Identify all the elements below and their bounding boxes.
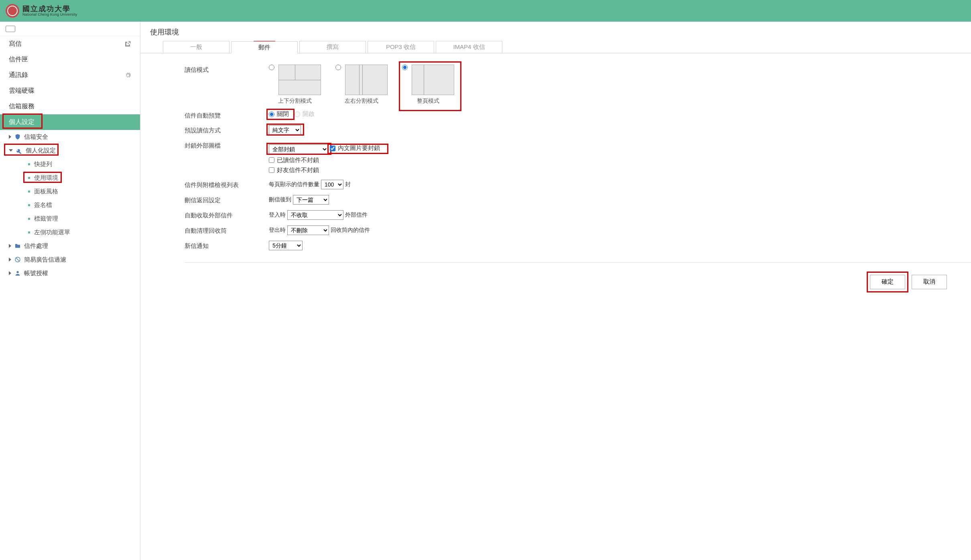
sidebar-leaf-left-menu[interactable]: 左側功能選單 [0, 225, 140, 239]
sidebar-item-inbox[interactable]: 信件匣 [0, 52, 140, 67]
label-auto-clean: 自動清理回收筒 [185, 225, 269, 235]
caption-topbottom: 上下分割模式 [278, 97, 312, 105]
personal-settings-label: 個人設定 [9, 118, 35, 126]
main-panel: 使用環境 一般 郵件 撰寫 POP3 收信 IMAP4 收信 讀信模式 [140, 22, 971, 560]
caret-down-icon [9, 149, 13, 152]
thumb-leftright[interactable] [345, 65, 388, 95]
sidebar-group-personalization[interactable]: 個人化設定 [0, 144, 140, 157]
clean-suffix: 回收筒內的信件 [331, 227, 370, 234]
select-block-ext[interactable]: 全部封鎖 [269, 144, 328, 154]
thumb-fullpage[interactable] [412, 65, 454, 95]
tab-pop3[interactable]: POP3 收信 [368, 41, 434, 53]
inbox-label: 信件匣 [9, 55, 28, 64]
mailbox-service-label: 信箱服務 [9, 102, 35, 111]
checkbox-friend-noblock[interactable] [269, 167, 274, 173]
caption-fullpage: 整頁模式 [417, 97, 439, 105]
label-read-mode: 讀信模式 [185, 65, 269, 74]
thumb-topbottom[interactable] [278, 65, 321, 95]
mail-home-icon[interactable] [0, 22, 140, 36]
left-menu-label: 左側功能選單 [34, 229, 70, 236]
label-auto-fetch: 自動收取外部信件 [185, 210, 269, 219]
panel-style-label: 面板風格 [34, 188, 58, 195]
sidebar-leaf-panel-style[interactable]: 面板風格 [0, 185, 140, 198]
bullet-icon [28, 177, 30, 179]
tools-icon [16, 147, 22, 154]
account-auth-label: 帳號授權 [24, 270, 48, 277]
sidebar-item-mailbox-service[interactable]: 信箱服務 [0, 99, 140, 114]
select-list-count[interactable]: 100 [321, 180, 343, 189]
gear-icon[interactable] [125, 72, 131, 79]
read-noblock-label: 已讀信件不封鎖 [277, 156, 319, 164]
sidebar-item-contacts[interactable]: 通訊錄 [0, 67, 140, 83]
checkbox-read-noblock-wrap[interactable]: 已讀信件不封鎖 [269, 156, 380, 164]
sidebar-item-cloud[interactable]: 雲端硬碟 [0, 83, 140, 99]
ok-button[interactable]: 確定 [870, 275, 905, 289]
tab-compose[interactable]: 撰寫 [299, 41, 366, 53]
signature-label: 簽名檔 [34, 201, 52, 209]
logo-flower-icon [6, 4, 19, 18]
site-logo: 國立成功大學 National Cheng Kung University [6, 4, 77, 18]
page-title: 使用環境 [140, 22, 971, 41]
top-bar: 國立成功大學 National Cheng Kung University [0, 0, 971, 22]
select-auto-clean[interactable]: 不刪除 [287, 225, 329, 235]
form-footer: 確定 取消 [185, 262, 971, 301]
spam-filter-label: 簡易廣告信過濾 [24, 256, 66, 264]
checkbox-inline-block[interactable] [330, 146, 335, 151]
tab-mail[interactable]: 郵件 [231, 41, 298, 53]
radio-mode-fullpage[interactable] [402, 65, 408, 70]
preview-off-label: 關閉 [277, 110, 289, 118]
folder-icon [14, 243, 21, 249]
user-icon [14, 270, 21, 276]
compose-label: 寫信 [9, 40, 22, 48]
sidebar-leaf-shortcut[interactable]: 快捷列 [0, 157, 140, 171]
friend-noblock-label: 好友信件不封鎖 [277, 166, 319, 174]
tag-mgmt-label: 標籤管理 [34, 215, 58, 223]
sidebar-group-mailbox-security[interactable]: 信箱安全 [0, 130, 140, 144]
select-auto-fetch[interactable]: 不收取 [287, 210, 343, 220]
sidebar-group-spam-filter[interactable]: 簡易廣告信過濾 [0, 253, 140, 266]
checkbox-friend-noblock-wrap[interactable]: 好友信件不封鎖 [269, 166, 380, 174]
caret-right-icon [9, 258, 11, 262]
radio-mode-topbottom[interactable] [269, 65, 274, 70]
sidebar-group-mail-processing[interactable]: 信件處理 [0, 239, 140, 253]
cancel-button[interactable]: 取消 [912, 275, 947, 289]
tab-imap4[interactable]: IMAP4 收信 [436, 41, 502, 53]
caret-right-icon [9, 135, 11, 139]
select-notify-interval[interactable]: 5分鐘 [269, 241, 303, 250]
label-list-view: 信件與附檔檢視列表 [185, 180, 269, 189]
cloud-label: 雲端硬碟 [9, 87, 35, 95]
sidebar-leaf-environment[interactable]: 使用環境 [0, 171, 140, 185]
sidebar-leaf-signature[interactable]: 簽名檔 [0, 198, 140, 212]
inline-block-label: 內文圖片要封鎖 [338, 144, 380, 152]
select-delete-return[interactable]: 下一篇 [293, 195, 329, 205]
select-default-read[interactable]: 純文字 [269, 125, 301, 135]
delete-prefix: 刪信後到 [269, 196, 291, 203]
block-icon [14, 256, 21, 263]
university-name-en: National Cheng Kung University [22, 12, 77, 16]
tab-general[interactable]: 一般 [163, 41, 230, 53]
mail-processing-label: 信件處理 [24, 242, 48, 250]
radio-preview-on[interactable] [295, 112, 300, 117]
radio-preview-off-wrap[interactable]: 關閉 [269, 110, 289, 118]
sidebar-group-account-auth[interactable]: 帳號授權 [0, 266, 140, 280]
clean-prefix: 登出時 [269, 227, 286, 234]
mailbox-security-label: 信箱安全 [24, 133, 48, 141]
bullet-icon [28, 191, 30, 193]
radio-preview-on-wrap[interactable]: 開啟 [295, 110, 315, 118]
caption-leftright: 左右分割模式 [345, 97, 378, 105]
sidebar-item-personal-settings[interactable]: 個人設定 [0, 114, 140, 130]
radio-preview-off[interactable] [269, 112, 274, 117]
label-block-ext-img: 封鎖外部圖檔 [185, 140, 269, 150]
fetch-suffix: 外部信件 [345, 211, 368, 219]
external-link-icon [124, 41, 131, 48]
checkbox-read-noblock[interactable] [269, 157, 274, 163]
shield-icon [14, 134, 21, 140]
university-name-zh: 國立成功大學 [22, 5, 77, 12]
label-delete-return: 刪信返回設定 [185, 195, 269, 204]
sidebar-leaf-tag-mgmt[interactable]: 標籤管理 [0, 212, 140, 225]
envelope-icon [6, 26, 15, 32]
checkbox-inline-block-wrap[interactable]: 內文圖片要封鎖 [330, 144, 380, 152]
bullet-icon [28, 218, 30, 220]
sidebar-item-compose[interactable]: 寫信 [0, 36, 140, 52]
radio-mode-leftright[interactable] [335, 65, 341, 70]
